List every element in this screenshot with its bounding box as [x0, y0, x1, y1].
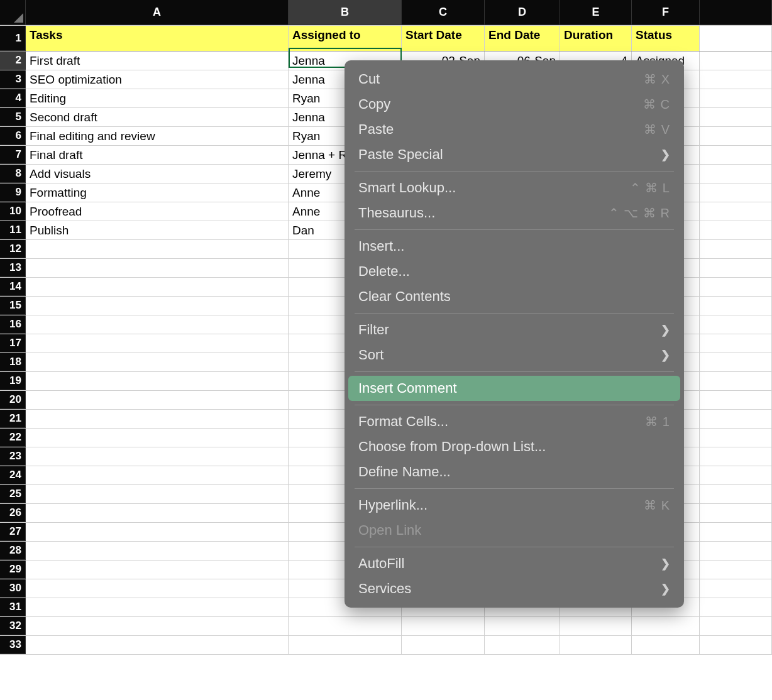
cell-B1[interactable]: Assigned to: [289, 26, 402, 51]
row-header-23[interactable]: 23: [0, 447, 26, 466]
cell-F33[interactable]: [632, 636, 700, 654]
row-header-33[interactable]: 33: [0, 636, 26, 654]
row-header-5[interactable]: 5: [0, 108, 26, 126]
row-header-1[interactable]: 1: [0, 26, 26, 51]
row-header-26[interactable]: 26: [0, 504, 26, 522]
row-header-10[interactable]: 10: [0, 202, 26, 221]
cell-A23[interactable]: [26, 447, 289, 466]
ctx-item-choose-from-drop-down-list[interactable]: Choose from Drop-down List...: [348, 434, 680, 459]
cell-A13[interactable]: [26, 259, 289, 277]
cell-G15[interactable]: [700, 297, 772, 315]
row-header-25[interactable]: 25: [0, 485, 26, 503]
cell-C32[interactable]: [402, 617, 485, 635]
row-header-24[interactable]: 24: [0, 466, 26, 484]
cell-A16[interactable]: [26, 315, 289, 334]
ctx-item-delete[interactable]: Delete...: [348, 259, 680, 284]
cell-A19[interactable]: [26, 372, 289, 390]
row-header-27[interactable]: 27: [0, 523, 26, 541]
row-header-20[interactable]: 20: [0, 391, 26, 409]
cell-E33[interactable]: [560, 636, 632, 654]
row-header-6[interactable]: 6: [0, 127, 26, 145]
cell-A11[interactable]: Publish: [26, 221, 289, 239]
cell-G7[interactable]: [700, 146, 772, 164]
row-header-21[interactable]: 21: [0, 410, 26, 428]
row-header-8[interactable]: 8: [0, 165, 26, 183]
row-header-3[interactable]: 3: [0, 70, 26, 89]
ctx-item-paste-special[interactable]: Paste Special❯: [348, 142, 680, 167]
cell-A1[interactable]: Tasks: [26, 26, 289, 51]
col-header-C[interactable]: C: [402, 0, 485, 25]
cell-G33[interactable]: [700, 636, 772, 654]
cell-G32[interactable]: [700, 617, 772, 635]
row-header-31[interactable]: 31: [0, 598, 26, 616]
cell-A31[interactable]: [26, 598, 289, 616]
cell-C33[interactable]: [402, 636, 485, 654]
ctx-item-format-cells[interactable]: Format Cells...⌘ 1: [348, 409, 680, 434]
row-header-22[interactable]: 22: [0, 429, 26, 447]
cell-B32[interactable]: [289, 617, 402, 635]
cell-G3[interactable]: [700, 70, 772, 89]
cell-A20[interactable]: [26, 391, 289, 409]
ctx-item-thesaurus[interactable]: Thesaurus...⌃ ⌥ ⌘ R: [348, 200, 680, 226]
cell-A27[interactable]: [26, 523, 289, 541]
cell-A15[interactable]: [26, 297, 289, 315]
col-header-G[interactable]: [700, 0, 772, 25]
cell-G29[interactable]: [700, 561, 772, 579]
cell-G16[interactable]: [700, 315, 772, 334]
cell-A32[interactable]: [26, 617, 289, 635]
ctx-item-filter[interactable]: Filter❯: [348, 317, 680, 342]
cell-A6[interactable]: Final editing and review: [26, 127, 289, 145]
col-header-A[interactable]: A: [26, 0, 289, 25]
cell-G18[interactable]: [700, 353, 772, 371]
cell-G21[interactable]: [700, 410, 772, 428]
cell-A9[interactable]: Formatting: [26, 183, 289, 202]
cell-A33[interactable]: [26, 636, 289, 654]
ctx-item-smart-lookup[interactable]: Smart Lookup...⌃ ⌘ L: [348, 175, 680, 200]
cell-A22[interactable]: [26, 429, 289, 447]
cell-D32[interactable]: [485, 617, 560, 635]
cell-A2[interactable]: First draft: [26, 52, 289, 70]
cell-G2[interactable]: [700, 52, 772, 70]
cell-A25[interactable]: [26, 485, 289, 503]
col-header-B[interactable]: B: [289, 0, 402, 25]
cell-F32[interactable]: [632, 617, 700, 635]
cell-A30[interactable]: [26, 579, 289, 598]
cell-G24[interactable]: [700, 466, 772, 484]
cell-G10[interactable]: [700, 202, 772, 221]
cell-C1[interactable]: Start Date: [402, 26, 485, 51]
cell-G27[interactable]: [700, 523, 772, 541]
cell-A10[interactable]: Proofread: [26, 202, 289, 221]
cell-G19[interactable]: [700, 372, 772, 390]
cell-G5[interactable]: [700, 108, 772, 126]
row-header-15[interactable]: 15: [0, 297, 26, 315]
cell-G6[interactable]: [700, 127, 772, 145]
row-header-2[interactable]: 2: [0, 52, 26, 70]
cell-A14[interactable]: [26, 278, 289, 296]
cell-G28[interactable]: [700, 542, 772, 560]
cell-G14[interactable]: [700, 278, 772, 296]
cell-G11[interactable]: [700, 221, 772, 239]
col-header-E[interactable]: E: [560, 0, 632, 25]
cell-B33[interactable]: [289, 636, 402, 654]
cell-F1[interactable]: Status: [632, 26, 700, 51]
row-header-12[interactable]: 12: [0, 240, 26, 258]
row-header-4[interactable]: 4: [0, 89, 26, 107]
cell-G9[interactable]: [700, 183, 772, 202]
ctx-item-paste[interactable]: Paste⌘ V: [348, 117, 680, 142]
cell-G22[interactable]: [700, 429, 772, 447]
cell-A24[interactable]: [26, 466, 289, 484]
ctx-item-hyperlink[interactable]: Hyperlink...⌘ K: [348, 493, 680, 518]
cell-A18[interactable]: [26, 353, 289, 371]
cell-A17[interactable]: [26, 334, 289, 353]
row-header-28[interactable]: 28: [0, 542, 26, 560]
ctx-item-insert[interactable]: Insert...: [348, 234, 680, 259]
cell-A8[interactable]: Add visuals: [26, 165, 289, 183]
cell-G31[interactable]: [700, 598, 772, 616]
row-header-9[interactable]: 9: [0, 183, 26, 202]
col-header-F[interactable]: F: [632, 0, 700, 25]
cell-A26[interactable]: [26, 504, 289, 522]
cell-A4[interactable]: Editing: [26, 89, 289, 107]
cell-E1[interactable]: Duration: [560, 26, 632, 51]
row-header-30[interactable]: 30: [0, 579, 26, 598]
row-header-32[interactable]: 32: [0, 617, 26, 635]
